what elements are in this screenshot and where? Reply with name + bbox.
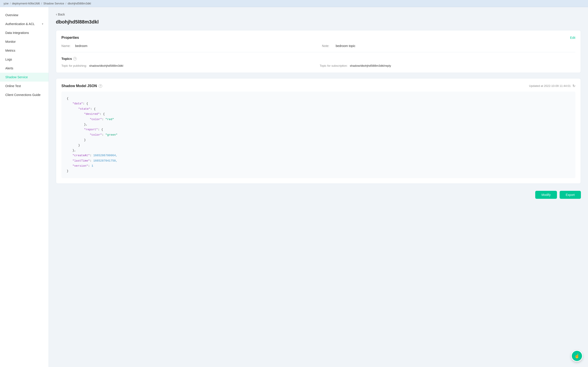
cursor-icon: ☝ — [574, 353, 580, 359]
breadcrumb-part-2: deployment-h06e1fd6 — [12, 2, 40, 5]
page-title: dbohjhd5l88m3dkl — [56, 19, 581, 25]
json-line-1: { — [67, 96, 570, 101]
sidebar-item-logs[interactable]: Logs — [0, 55, 49, 64]
json-line-7: "report": { — [67, 127, 570, 132]
refresh-icon[interactable]: ↻ — [572, 84, 575, 88]
topic-publishing-row: Topic for publishing: shadow/dbohjhd5l88… — [61, 64, 317, 67]
topic-pub-label: Topic for publishing: — [61, 64, 87, 67]
note-label: Note: — [322, 44, 333, 48]
back-button[interactable]: ‹ Back — [56, 12, 581, 17]
json-line-2: "data": { — [67, 101, 570, 106]
json-line-14: "version": 1 — [67, 163, 570, 168]
edit-link[interactable]: Edit — [570, 36, 575, 40]
sidebar: Overview Authentication & ACL ▾ Data Int… — [0, 7, 49, 367]
breadcrumb-part-3: Shadow Service — [43, 2, 64, 5]
json-line-10: } — [67, 143, 570, 148]
json-line-6: }, — [67, 122, 570, 127]
sidebar-item-data-integrations-label: Data Integrations — [5, 31, 29, 34]
sidebar-item-overview-label: Overview — [5, 13, 18, 17]
topic-subscription-row: Topic for subscription: shadow/dbohjhd5l… — [320, 64, 575, 67]
sidebar-item-auth-acl[interactable]: Authentication & ACL ▾ — [0, 19, 49, 28]
json-line-11: }, — [67, 148, 570, 153]
json-meta: Updated at 2022-10-09 11:44:01 ↻ — [529, 84, 575, 88]
topics-grid: Topic for publishing: shadow/dbohjhd5l88… — [61, 64, 575, 67]
sidebar-item-shadow-service-label: Shadow Service — [5, 75, 28, 79]
property-note-row: Note: bedroom topic — [322, 44, 575, 48]
json-line-5: "color": "red" — [67, 117, 570, 122]
json-line-8: "color": "green" — [67, 132, 570, 137]
chevron-left-icon: ‹ — [56, 12, 57, 17]
breadcrumb-part-4: dbohjhd5l88m3dkl — [68, 2, 91, 5]
breadcrumb-sep-2: / — [41, 2, 42, 5]
breadcrumb-bar: yzw / deployment-h06e1fd6 / Shadow Servi… — [0, 0, 588, 7]
json-line-15: } — [67, 168, 570, 174]
fab-button[interactable]: ☝ — [571, 350, 583, 362]
breadcrumb-sep-1: / — [10, 2, 11, 5]
properties-grid: Name: bedroom Note: bedroom topic — [61, 44, 575, 48]
sidebar-item-monitor-label: Monitor — [5, 40, 16, 43]
json-updated-label: Updated at 2022-10-09 11:44:01 — [529, 84, 571, 88]
sidebar-item-client-connections[interactable]: Client Connections Guide — [0, 91, 49, 99]
action-bar: Modify Export — [56, 189, 581, 202]
json-section-title: Shadow Model JSON — [61, 84, 97, 88]
json-section-header: Shadow Model JSON ? Updated at 2022-10-0… — [61, 84, 575, 88]
json-code-block: { "data": { "state": { "desired": { "col… — [61, 92, 575, 178]
sidebar-item-data-integrations[interactable]: Data Integrations — [0, 28, 49, 37]
properties-card-header: Properties Edit — [61, 36, 575, 40]
properties-card: Properties Edit Name: bedroom Note: bedr… — [56, 30, 581, 73]
sidebar-item-shadow-service[interactable]: Shadow Service — [0, 73, 49, 82]
back-label: Back — [58, 13, 65, 16]
help-icon[interactable]: ? — [73, 57, 77, 60]
sidebar-item-online-test[interactable]: Online Test — [0, 82, 49, 91]
main-content: ‹ Back dbohjhd5l88m3dkl Properties Edit … — [49, 7, 588, 367]
json-line-3: "state": { — [67, 106, 570, 111]
json-line-9: } — [67, 137, 570, 142]
sidebar-item-metrics[interactable]: Metrics — [0, 46, 49, 55]
json-title-area: Shadow Model JSON ? — [61, 84, 102, 88]
topics-header: Topics ? — [61, 57, 575, 60]
json-line-12: "createAt": 1665286700064, — [67, 153, 570, 158]
chevron-down-icon: ▾ — [42, 22, 43, 25]
json-section: Shadow Model JSON ? Updated at 2022-10-0… — [56, 78, 581, 184]
sidebar-item-logs-label: Logs — [5, 58, 12, 61]
json-line-13: "lastTime": 1665287041750, — [67, 158, 570, 163]
topic-sub-value: shadow/dbohjhd5l88m3dkl/reply — [350, 64, 391, 67]
topic-sub-label: Topic for subscription: — [320, 64, 348, 67]
json-line-4: "desired": { — [67, 111, 570, 117]
sidebar-item-metrics-label: Metrics — [5, 49, 15, 52]
json-help-icon[interactable]: ? — [99, 84, 102, 88]
breadcrumb-part-1: yzw — [4, 2, 8, 5]
name-value: bedroom — [75, 44, 87, 48]
sidebar-item-client-connections-label: Client Connections Guide — [5, 93, 41, 97]
sidebar-item-online-test-label: Online Test — [5, 84, 21, 88]
properties-title: Properties — [61, 36, 79, 40]
sidebar-item-overview[interactable]: Overview — [0, 11, 49, 19]
sidebar-item-alerts-label: Alerts — [5, 67, 13, 70]
note-value: bedroom topic — [336, 44, 355, 48]
sidebar-item-auth-acl-label: Authentication & ACL — [5, 22, 34, 26]
topic-pub-value: shadow/dbohjhd5l88m3dkl — [89, 64, 123, 67]
export-button[interactable]: Export — [560, 191, 581, 199]
topics-title: Topics — [61, 57, 72, 60]
sidebar-item-alerts[interactable]: Alerts — [0, 64, 49, 73]
modify-button[interactable]: Modify — [535, 191, 557, 199]
breadcrumb-sep-3: / — [65, 2, 66, 5]
sidebar-item-monitor[interactable]: Monitor — [0, 37, 49, 46]
property-name-row: Name: bedroom — [61, 44, 315, 48]
name-label: Name: — [61, 44, 73, 48]
